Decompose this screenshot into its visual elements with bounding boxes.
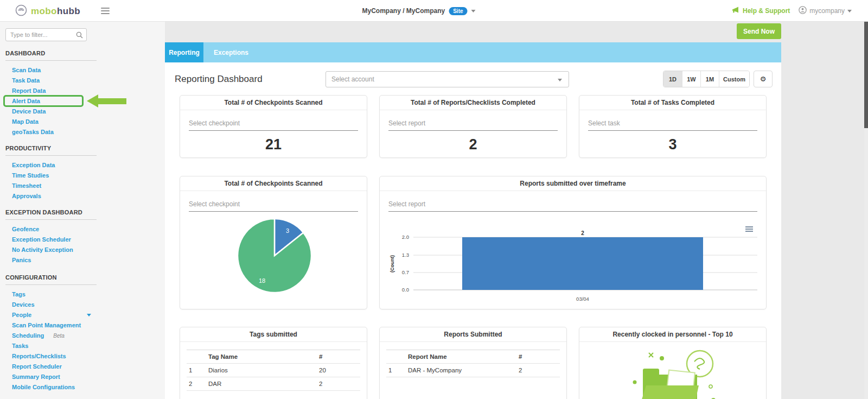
range-button-1d[interactable]: 1D — [663, 71, 682, 87]
sidebar-item-scan-data[interactable]: Scan Data — [0, 65, 165, 75]
sidebar: DASHBOARD Scan Data Task Data Report Dat… — [0, 22, 165, 399]
bar-reports — [462, 237, 703, 290]
account-select[interactable]: Select account — [326, 71, 569, 87]
sidebar-item-timesheet[interactable]: Timesheet — [0, 181, 165, 191]
menu-toggle-icon[interactable] — [101, 8, 110, 16]
sidebar-item-label: Alert Data — [12, 98, 40, 104]
y-axis-label: (Count) — [390, 255, 395, 273]
column-header: Report Name — [406, 350, 516, 364]
table-row: 2 DAR 2 — [187, 377, 360, 391]
sidebar-item-tags[interactable]: Tags — [0, 289, 165, 300]
checkpoint-filter-input[interactable] — [189, 119, 358, 131]
task-filter-input[interactable] — [588, 119, 757, 131]
bar-chart: 2.0 1.3 0.7 0.0 2 03/04 (Count) — [388, 229, 758, 305]
sidebar-item-panics[interactable]: Panics — [0, 255, 165, 265]
stat-value: 2 — [380, 136, 566, 153]
sidebar-item-device-data[interactable]: Device Data — [0, 106, 165, 117]
sidebar-item-geofence[interactable]: Geofence — [0, 224, 165, 235]
sidebar-item-scheduling[interactable]: Scheduling Beta — [0, 331, 165, 341]
table-row: 1 DAR - MyCompany 2 — [386, 364, 560, 377]
site-breadcrumb[interactable]: MyCompany / MyCompany Site — [362, 0, 475, 22]
checkpoint-filter-input[interactable] — [189, 200, 358, 212]
tab-reporting[interactable]: Reporting — [165, 42, 203, 62]
stat-card-checkpoints: Total # of Checkpoints Scanned 21 — [180, 95, 367, 158]
sidebar-item-tasks[interactable]: Tasks — [0, 341, 165, 351]
sidebar-item-exception-data[interactable]: Exception Data — [0, 160, 165, 170]
report-name: DAR - MyCompany — [406, 364, 516, 377]
sidebar-item-time-studies[interactable]: Time Studies — [0, 170, 165, 181]
divider — [5, 219, 97, 220]
column-header: # — [317, 350, 360, 364]
sidebar-item-geotasks-data[interactable]: geoTasks Data — [0, 127, 165, 137]
card-title: Total # of Checkpoints Scanned — [180, 96, 367, 110]
stat-value: 3 — [579, 136, 766, 153]
sidebar-item-report-data[interactable]: Report Data — [0, 86, 165, 96]
pie-chart: 3 18 — [180, 215, 367, 301]
sidebar-item-map-data[interactable]: Map Data — [0, 117, 165, 127]
sidebar-item-exception-scheduler[interactable]: Exception Scheduler — [0, 235, 165, 245]
mobohubb-logo[interactable]: mobohubb — [15, 4, 80, 18]
search-icon — [76, 31, 83, 41]
sidebar-item-report-scheduler[interactable]: Report Scheduler — [0, 362, 165, 372]
tag-name: Diarios — [206, 364, 317, 377]
report-count: 2 — [516, 364, 560, 377]
range-button-1w[interactable]: 1W — [682, 71, 700, 87]
y-tick: 0.0 — [402, 287, 409, 293]
timeframe-button-group: 1D 1W 1M Custom — [663, 71, 750, 87]
send-now-button[interactable]: Send Now — [737, 23, 781, 39]
card-title: Reports Submitted — [380, 327, 566, 342]
tab-bar: Reporting Exceptions — [165, 42, 781, 62]
sidebar-item-devices[interactable]: Devices — [0, 300, 165, 310]
account-name: mycompany — [809, 7, 845, 15]
table-header-row: Tag Name # — [187, 350, 360, 364]
help-support-label: Help & Support — [743, 7, 790, 15]
sidebar-item-task-data[interactable]: Task Data — [0, 75, 165, 86]
sidebar-item-approvals[interactable]: Approvals — [0, 191, 165, 201]
sidebar-item-no-activity-exception[interactable]: No Activity Exception — [0, 245, 165, 255]
y-tick: 2.0 — [402, 234, 409, 240]
range-button-custom[interactable]: Custom — [719, 71, 749, 87]
range-button-1m[interactable]: 1M — [700, 71, 719, 87]
pie-label-green: 18 — [259, 277, 265, 284]
reports-submitted-card: Reports Submitted Report Name # 1 DAR - … — [379, 327, 567, 399]
bar-chart-card: Reports submitted over timeframe 2.0 1.3… — [379, 176, 767, 309]
table-header-row: Report Name # — [386, 350, 560, 364]
vertical-scrollbar[interactable] — [864, 22, 868, 399]
stat-card-reports: Total # of Reports/Checklists Completed … — [379, 95, 567, 158]
divider — [5, 284, 97, 285]
sidebar-item-people[interactable]: People — [0, 310, 165, 320]
scrollbar-thumb[interactable] — [864, 22, 868, 128]
report-filter-input[interactable] — [388, 200, 757, 212]
sidebar-item-alert-data[interactable]: Alert Data — [0, 96, 165, 106]
breadcrumb-text: MyCompany / MyCompany — [362, 7, 445, 15]
site-badge: Site — [449, 7, 467, 15]
tab-exceptions[interactable]: Exceptions — [214, 42, 248, 62]
pie-label-blue: 3 — [286, 227, 289, 234]
help-support-link[interactable]: Help & Support — [732, 7, 790, 15]
folder-front — [639, 385, 699, 399]
sidebar-item-reports-checklists[interactable]: Reports/Checklists — [0, 351, 165, 362]
card-title: Total # of Checkpoints Scanned — [180, 176, 367, 191]
tag-count: 20 — [317, 364, 360, 377]
settings-gear-button[interactable]: ⚙ — [754, 71, 773, 87]
report-filter-input[interactable] — [388, 119, 558, 131]
section-title-productivity: PRODUCTIVITY — [5, 145, 159, 151]
account-select-placeholder: Select account — [331, 75, 374, 83]
row-index: 1 — [187, 364, 206, 377]
column-header — [386, 350, 406, 364]
divider — [5, 60, 97, 61]
pie-chart-card: Total # of Checkpoints Scanned 3 18 — [180, 176, 367, 309]
account-menu[interactable]: mycompany — [799, 6, 852, 16]
card-title: Recently clocked in personnel - Top 10 — [579, 327, 766, 342]
sidebar-item-summary-report[interactable]: Summary Report — [0, 372, 165, 382]
chevron-down-icon — [471, 10, 476, 12]
row-index: 2 — [187, 377, 206, 391]
user-icon — [799, 6, 807, 16]
sidebar-item-mobile-configurations[interactable]: Mobile Configurations — [0, 382, 165, 392]
top-header: mobohubb MyCompany / MyCompany Site Help… — [0, 0, 868, 22]
sidebar-item-scan-point-management[interactable]: Scan Point Management — [0, 320, 165, 331]
recent-personnel-card: Recently clocked in personnel - Top 10 — [579, 327, 767, 399]
section-title-configuration: CONFIGURATION — [5, 274, 159, 281]
sidebar-filter-input[interactable] — [6, 29, 73, 41]
card-title: Tags submitted — [180, 327, 367, 342]
